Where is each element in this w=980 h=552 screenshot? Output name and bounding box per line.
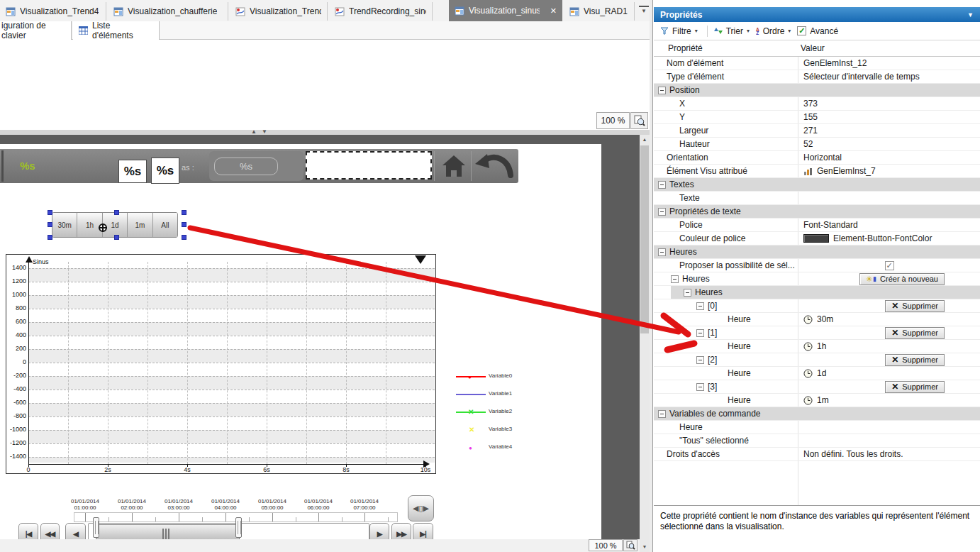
- selection-handle[interactable]: [114, 210, 119, 215]
- property-value[interactable]: 271: [798, 124, 980, 137]
- range-handle-left[interactable]: [93, 517, 99, 538]
- property-row-[1][interactable]: [1]✕Supprimer: [654, 326, 980, 340]
- home-button[interactable]: [441, 154, 467, 178]
- property-row-Heure[interactable]: Heure30m: [654, 313, 980, 326]
- property-group-Variables-de-commande[interactable]: Variables de commande: [654, 407, 980, 421]
- sort-button[interactable]: Trier: [726, 26, 743, 36]
- tab-Visualization_Trend3[interactable]: Visualization_Trend3: [230, 2, 328, 21]
- collapse-icon[interactable]: [658, 208, 666, 216]
- property-value[interactable]: Sélecteur d'intervalle de temps: [798, 70, 980, 83]
- zoom-magnifier-bottom-button[interactable]: [623, 539, 637, 551]
- property-value[interactable]: ✕Supprimer: [798, 380, 980, 393]
- range-handle-right[interactable]: [235, 517, 242, 538]
- property-row-Heure[interactable]: Heure1d: [654, 367, 980, 380]
- property-value[interactable]: 1h: [798, 340, 980, 353]
- placeholder-button-1[interactable]: %s: [118, 160, 147, 183]
- time-interval-selector[interactable]: 30m1h1d1mAll: [52, 212, 178, 238]
- scrollbar-thumb[interactable]: [640, 145, 649, 333]
- advanced-checkbox[interactable]: ✓: [797, 26, 806, 35]
- scroll-down-icon[interactable]: ▼: [640, 542, 650, 552]
- selection-handle[interactable]: [48, 222, 52, 227]
- property-group-Heures[interactable]: Heures: [654, 286, 980, 299]
- property-value[interactable]: 52: [798, 138, 980, 150]
- property-row-[3][interactable]: [3]✕Supprimer: [654, 380, 980, 394]
- property-value[interactable]: ✕Supprimer: [798, 299, 980, 312]
- selection-handle[interactable]: [182, 235, 186, 240]
- color-swatch[interactable]: [803, 234, 829, 243]
- property-value[interactable]: 1m: [798, 394, 980, 407]
- property-row-Texte[interactable]: Texte: [654, 192, 980, 205]
- property-group-Textes[interactable]: Textes: [654, 178, 980, 192]
- range-grip[interactable]: [162, 529, 169, 539]
- selected-text-input[interactable]: [306, 151, 432, 180]
- property-row-Droits-d-acc-s[interactable]: Droits d'accèsNon défini. Tous les droit…: [654, 448, 980, 461]
- property-row--Tous-s-lectionn-[interactable]: "Tous" sélectionné: [654, 434, 980, 448]
- property-row-Type-d-l-ment[interactable]: Type d'élémentSélecteur d'intervalle de …: [654, 70, 980, 84]
- property-value[interactable]: GenElemInst_7: [798, 165, 980, 177]
- delete-button[interactable]: ✕Supprimer: [885, 300, 945, 312]
- tab-Visualization_sinus[interactable]: Visualization_sinus✕: [449, 0, 562, 21]
- collapse-icon[interactable]: [696, 329, 704, 337]
- property-row-Police[interactable]: PoliceFont-Standard: [654, 219, 980, 232]
- property-row-Proposer-la-possibilit-de-s-l-[interactable]: Proposer la possibilité de sél...✓: [654, 259, 980, 272]
- properties-header[interactable]: Propriétés ▼: [654, 7, 980, 22]
- property-value[interactable]: ✳▮Créer à nouveau: [798, 272, 980, 285]
- collapse-icon[interactable]: [696, 356, 704, 364]
- subtab-iguration de clavier[interactable]: iguration de clavier: [0, 21, 72, 40]
- create-new-button[interactable]: ✳▮Créer à nouveau: [859, 273, 945, 285]
- selection-handle[interactable]: [182, 222, 186, 227]
- property-group-Heures[interactable]: Heures: [654, 245, 980, 259]
- pan-button[interactable]: ◀▯▶: [408, 495, 434, 521]
- property-row-Hauteur[interactable]: Hauteur52: [654, 138, 980, 151]
- property-value[interactable]: GenElemInst_12: [798, 57, 980, 70]
- subtab-Liste d'éléments[interactable]: Liste d'éléments: [73, 21, 160, 40]
- tab-Visualization_Trend4[interactable]: Visualization_Trend4: [0, 2, 106, 21]
- tab-Visualization_chaufferie[interactable]: Visualization_chaufferie: [108, 2, 228, 21]
- property-row-Heures[interactable]: Heures✳▮Créer à nouveau: [654, 272, 980, 286]
- chevron-down-icon[interactable]: ▾: [695, 28, 698, 34]
- collapse-icon[interactable]: [658, 87, 666, 94]
- pill-button[interactable]: %s: [214, 158, 278, 175]
- selection-handle[interactable]: [48, 210, 52, 215]
- zoom-level-bottom[interactable]: 100 %: [589, 539, 623, 551]
- value-checkbox[interactable]: ✓: [885, 261, 894, 270]
- property-value[interactable]: 155: [798, 111, 980, 123]
- pane-splitter[interactable]: ▲ ▼: [0, 130, 650, 135]
- tab-TrendRecording_sine[interactable]: TrendRecording_sine: [329, 2, 433, 21]
- chevron-down-icon[interactable]: ▾: [788, 28, 791, 34]
- tab-overflow-icon[interactable]: ▼: [639, 6, 649, 16]
- move-anchor-icon[interactable]: [99, 223, 107, 232]
- property-value[interactable]: ✕Supprimer: [798, 326, 980, 339]
- property-value[interactable]: Horizontal: [798, 151, 980, 164]
- property-row--l-ment-Visu-attribu-[interactable]: Élément Visu attribuéGenElemInst_7: [654, 165, 980, 178]
- selector-segment-All[interactable]: All: [153, 213, 177, 237]
- collapse-icon[interactable]: [671, 275, 679, 283]
- collapse-icon[interactable]: [684, 289, 691, 297]
- property-row-Couleur-de-police[interactable]: Couleur de policeElement-Button-FontColo…: [654, 232, 980, 245]
- selection-handle[interactable]: [48, 235, 52, 240]
- property-value[interactable]: 373: [798, 97, 980, 110]
- property-row-[2][interactable]: [2]✕Supprimer: [654, 353, 980, 367]
- property-row-X[interactable]: X373: [654, 97, 980, 111]
- property-value[interactable]: ✓: [798, 259, 980, 272]
- order-button[interactable]: Ordre: [763, 26, 785, 36]
- property-row-Heure[interactable]: Heure1m: [654, 394, 980, 407]
- placeholder-button-2[interactable]: %s: [151, 158, 179, 184]
- selector-segment-1m[interactable]: 1m: [128, 213, 152, 237]
- delete-button[interactable]: ✕Supprimer: [885, 381, 945, 393]
- collapse-icon[interactable]: [658, 248, 666, 256]
- collapse-icon[interactable]: [696, 302, 704, 310]
- property-group-Propri-t-s-de-texte[interactable]: Propriétés de texte: [654, 205, 980, 219]
- vertical-scrollbar[interactable]: ▲ ▼: [640, 135, 650, 552]
- close-icon[interactable]: ✕: [550, 6, 557, 16]
- property-row-Largeur[interactable]: Largeur271: [654, 124, 980, 138]
- splitter-up-icon[interactable]: ▲: [251, 128, 257, 135]
- filter-button[interactable]: Filtre: [672, 26, 691, 36]
- selector-segment-30m[interactable]: 30m: [52, 213, 77, 237]
- property-row-Y[interactable]: Y155: [654, 111, 980, 124]
- zoom-magnifier-top-button[interactable]: [630, 112, 648, 129]
- undo-button[interactable]: [474, 153, 515, 181]
- selection-handle[interactable]: [114, 235, 119, 240]
- splitter-down-icon[interactable]: ▼: [262, 128, 267, 135]
- tab-Visu_RAD1[interactable]: Visu_RAD1: [564, 2, 635, 21]
